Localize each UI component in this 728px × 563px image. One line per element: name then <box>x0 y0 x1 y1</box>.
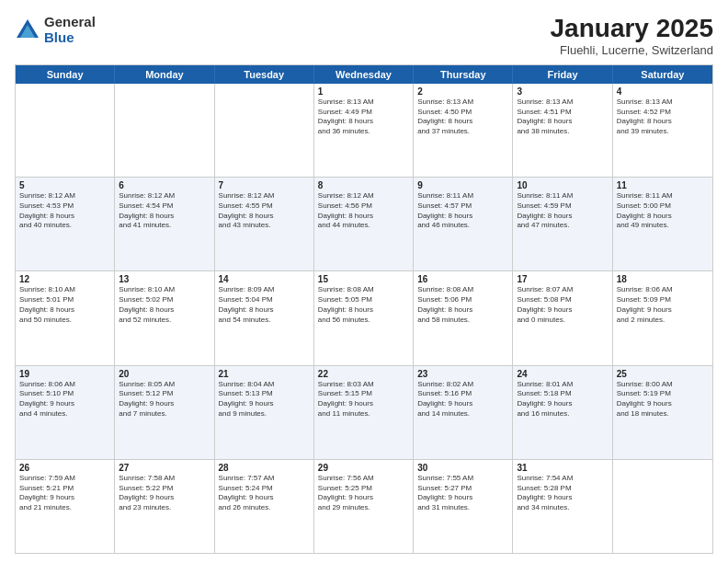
weekday-header: Friday <box>513 65 612 84</box>
day-info: Sunrise: 8:05 AM Sunset: 5:12 PM Dayligh… <box>119 380 210 419</box>
weekday-header: Tuesday <box>215 65 314 84</box>
day-info: Sunrise: 8:11 AM Sunset: 4:57 PM Dayligh… <box>417 191 508 231</box>
day-number: 18 <box>617 274 709 284</box>
day-number: 6 <box>119 180 210 190</box>
calendar-cell: 1Sunrise: 8:13 AM Sunset: 4:49 PM Daylig… <box>314 84 414 177</box>
weekday-header: Wednesday <box>314 65 414 84</box>
calendar-cell: 31Sunrise: 7:54 AM Sunset: 5:28 PM Dayli… <box>513 460 612 553</box>
calendar-header: SundayMondayTuesdayWednesdayThursdayFrid… <box>16 65 712 84</box>
calendar-cell: 11Sunrise: 8:11 AM Sunset: 5:00 PM Dayli… <box>613 178 712 270</box>
day-number: 5 <box>19 180 110 190</box>
calendar-week-row: 26Sunrise: 7:59 AM Sunset: 5:21 PM Dayli… <box>16 460 712 553</box>
calendar-cell <box>16 84 115 177</box>
calendar-cell: 10Sunrise: 8:11 AM Sunset: 4:59 PM Dayli… <box>513 178 612 270</box>
calendar-body: 1Sunrise: 8:13 AM Sunset: 4:49 PM Daylig… <box>16 84 712 553</box>
day-number: 31 <box>517 463 608 473</box>
day-number: 4 <box>617 86 709 97</box>
day-info: Sunrise: 8:02 AM Sunset: 5:16 PM Dayligh… <box>417 380 508 419</box>
day-info: Sunrise: 8:12 AM Sunset: 4:56 PM Dayligh… <box>318 191 409 231</box>
calendar-cell: 12Sunrise: 8:10 AM Sunset: 5:01 PM Dayli… <box>16 271 115 364</box>
calendar-cell: 15Sunrise: 8:08 AM Sunset: 5:05 PM Dayli… <box>314 271 414 364</box>
day-number: 11 <box>617 180 709 190</box>
calendar-cell: 21Sunrise: 8:04 AM Sunset: 5:13 PM Dayli… <box>215 366 314 459</box>
logo-general: General <box>44 15 96 30</box>
calendar: SundayMondayTuesdayWednesdayThursdayFrid… <box>15 64 713 554</box>
day-info: Sunrise: 8:04 AM Sunset: 5:13 PM Dayligh… <box>219 380 310 419</box>
day-info: Sunrise: 8:09 AM Sunset: 5:04 PM Dayligh… <box>219 285 310 325</box>
calendar-cell: 29Sunrise: 7:56 AM Sunset: 5:25 PM Dayli… <box>314 460 414 553</box>
day-info: Sunrise: 8:06 AM Sunset: 5:10 PM Dayligh… <box>19 380 110 419</box>
weekday-header: Monday <box>115 65 214 84</box>
calendar-cell: 19Sunrise: 8:06 AM Sunset: 5:10 PM Dayli… <box>16 366 115 459</box>
day-number: 26 <box>19 463 110 473</box>
day-info: Sunrise: 8:11 AM Sunset: 5:00 PM Dayligh… <box>617 191 709 231</box>
day-info: Sunrise: 8:10 AM Sunset: 5:02 PM Dayligh… <box>119 285 210 325</box>
day-number: 25 <box>617 369 709 379</box>
calendar-cell <box>215 84 314 177</box>
day-info: Sunrise: 8:10 AM Sunset: 5:01 PM Dayligh… <box>19 285 110 325</box>
calendar-cell: 16Sunrise: 8:08 AM Sunset: 5:06 PM Dayli… <box>414 271 513 364</box>
logo-icon <box>15 17 40 43</box>
day-info: Sunrise: 8:12 AM Sunset: 4:54 PM Dayligh… <box>119 191 210 231</box>
day-info: Sunrise: 8:12 AM Sunset: 4:53 PM Dayligh… <box>19 191 110 231</box>
calendar-cell: 17Sunrise: 8:07 AM Sunset: 5:08 PM Dayli… <box>513 271 612 364</box>
calendar-week-row: 1Sunrise: 8:13 AM Sunset: 4:49 PM Daylig… <box>16 84 712 178</box>
calendar-cell: 27Sunrise: 7:58 AM Sunset: 5:22 PM Dayli… <box>115 460 214 553</box>
location: Fluehli, Lucerne, Switzerland <box>551 43 713 57</box>
day-number: 23 <box>417 369 508 379</box>
day-info: Sunrise: 8:03 AM Sunset: 5:15 PM Dayligh… <box>318 380 409 419</box>
day-number: 13 <box>119 274 210 284</box>
day-number: 19 <box>19 369 110 379</box>
logo: General Blue <box>15 15 96 45</box>
calendar-cell: 23Sunrise: 8:02 AM Sunset: 5:16 PM Dayli… <box>414 366 513 459</box>
day-info: Sunrise: 7:59 AM Sunset: 5:21 PM Dayligh… <box>19 474 110 513</box>
calendar-cell: 2Sunrise: 8:13 AM Sunset: 4:50 PM Daylig… <box>414 84 513 177</box>
calendar-cell: 22Sunrise: 8:03 AM Sunset: 5:15 PM Dayli… <box>314 366 414 459</box>
day-number: 28 <box>219 463 310 473</box>
day-info: Sunrise: 8:07 AM Sunset: 5:08 PM Dayligh… <box>517 285 608 325</box>
day-info: Sunrise: 7:58 AM Sunset: 5:22 PM Dayligh… <box>119 474 210 513</box>
calendar-cell: 3Sunrise: 8:13 AM Sunset: 4:51 PM Daylig… <box>513 84 612 177</box>
day-info: Sunrise: 7:56 AM Sunset: 5:25 PM Dayligh… <box>318 474 409 513</box>
calendar-cell: 26Sunrise: 7:59 AM Sunset: 5:21 PM Dayli… <box>16 460 115 553</box>
calendar-cell: 8Sunrise: 8:12 AM Sunset: 4:56 PM Daylig… <box>314 178 414 270</box>
calendar-cell: 7Sunrise: 8:12 AM Sunset: 4:55 PM Daylig… <box>215 178 314 270</box>
day-number: 14 <box>219 274 310 284</box>
calendar-cell: 9Sunrise: 8:11 AM Sunset: 4:57 PM Daylig… <box>414 178 513 270</box>
calendar-cell: 25Sunrise: 8:00 AM Sunset: 5:19 PM Dayli… <box>613 366 712 459</box>
day-info: Sunrise: 8:08 AM Sunset: 5:06 PM Dayligh… <box>417 285 508 325</box>
calendar-cell: 13Sunrise: 8:10 AM Sunset: 5:02 PM Dayli… <box>115 271 214 364</box>
day-number: 20 <box>119 369 210 379</box>
weekday-header: Saturday <box>613 65 712 84</box>
day-info: Sunrise: 8:13 AM Sunset: 4:52 PM Dayligh… <box>617 98 709 137</box>
day-info: Sunrise: 8:13 AM Sunset: 4:50 PM Dayligh… <box>417 98 508 137</box>
weekday-header: Thursday <box>414 65 513 84</box>
day-number: 3 <box>517 86 608 97</box>
day-info: Sunrise: 7:54 AM Sunset: 5:28 PM Dayligh… <box>517 474 608 513</box>
calendar-cell <box>115 84 214 177</box>
day-number: 16 <box>417 274 508 284</box>
day-info: Sunrise: 8:11 AM Sunset: 4:59 PM Dayligh… <box>517 191 608 231</box>
day-number: 1 <box>318 86 409 97</box>
day-number: 30 <box>417 463 508 473</box>
day-number: 9 <box>417 180 508 190</box>
day-info: Sunrise: 8:13 AM Sunset: 4:49 PM Dayligh… <box>318 98 409 137</box>
calendar-week-row: 5Sunrise: 8:12 AM Sunset: 4:53 PM Daylig… <box>16 178 712 271</box>
calendar-cell: 5Sunrise: 8:12 AM Sunset: 4:53 PM Daylig… <box>16 178 115 270</box>
calendar-cell: 28Sunrise: 7:57 AM Sunset: 5:24 PM Dayli… <box>215 460 314 553</box>
day-info: Sunrise: 7:55 AM Sunset: 5:27 PM Dayligh… <box>417 474 508 513</box>
logo-blue: Blue <box>44 30 96 46</box>
logo-text: General Blue <box>44 15 96 45</box>
day-number: 24 <box>517 369 608 379</box>
day-info: Sunrise: 8:01 AM Sunset: 5:18 PM Dayligh… <box>517 380 608 419</box>
day-info: Sunrise: 8:13 AM Sunset: 4:51 PM Dayligh… <box>517 98 608 137</box>
calendar-cell: 18Sunrise: 8:06 AM Sunset: 5:09 PM Dayli… <box>613 271 712 364</box>
day-info: Sunrise: 8:00 AM Sunset: 5:19 PM Dayligh… <box>617 380 709 419</box>
header: General Blue January 2025 Fluehli, Lucer… <box>15 15 713 57</box>
calendar-week-row: 12Sunrise: 8:10 AM Sunset: 5:01 PM Dayli… <box>16 271 712 365</box>
day-number: 2 <box>417 86 508 97</box>
day-number: 22 <box>318 369 409 379</box>
calendar-cell: 24Sunrise: 8:01 AM Sunset: 5:18 PM Dayli… <box>513 366 612 459</box>
month-title: January 2025 <box>551 15 713 43</box>
day-number: 29 <box>318 463 409 473</box>
